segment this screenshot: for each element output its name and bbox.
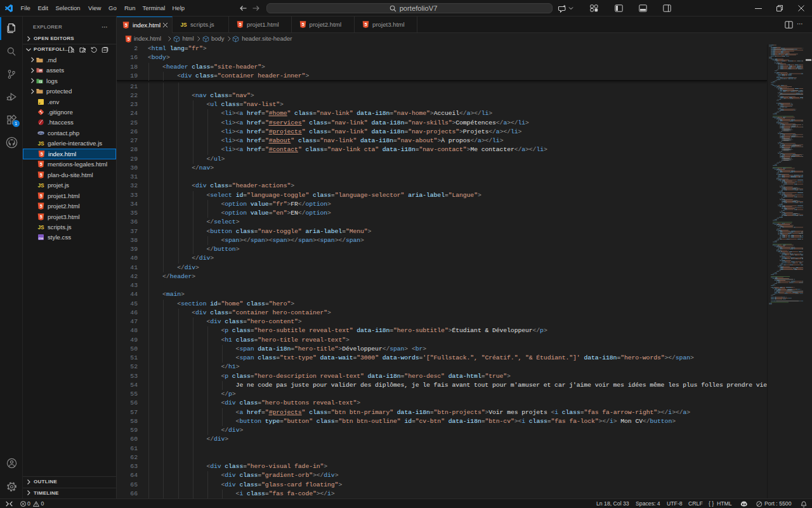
svg-text:5: 5 xyxy=(40,204,43,208)
svg-text:5: 5 xyxy=(365,22,367,27)
svg-text:JS: JS xyxy=(180,22,187,28)
svg-text:JS: JS xyxy=(37,141,44,147)
svg-text:5: 5 xyxy=(127,37,129,41)
svg-text:css: css xyxy=(39,237,44,240)
svg-text:5: 5 xyxy=(41,152,43,156)
svg-text:JS: JS xyxy=(37,225,44,231)
svg-text:5: 5 xyxy=(125,23,128,27)
svg-text:5: 5 xyxy=(40,162,43,166)
svg-text:JS: JS xyxy=(37,183,44,189)
svg-text:5: 5 xyxy=(40,215,43,219)
svg-text:5: 5 xyxy=(40,173,43,177)
svg-text:5: 5 xyxy=(40,194,43,198)
svg-text:5: 5 xyxy=(301,22,304,27)
svg-text:php: php xyxy=(39,132,44,135)
svg-text:5: 5 xyxy=(239,22,242,27)
